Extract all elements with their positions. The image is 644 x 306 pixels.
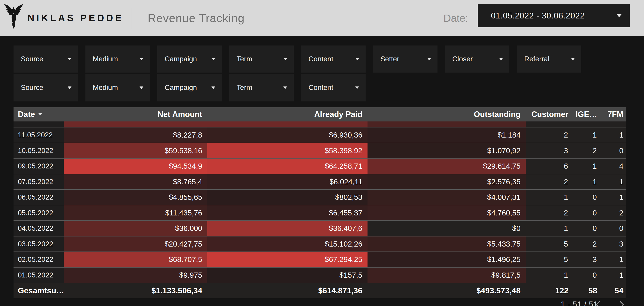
page-title: Revenue Tracking <box>148 0 244 36</box>
column-header-7fm[interactable]: 7FM <box>602 107 626 122</box>
cell-already-paid: $64.258,71 <box>207 158 368 174</box>
column-header-date[interactable]: Date <box>14 107 64 122</box>
cell-net-amount: $11.435,76 <box>64 205 207 220</box>
cell-7fm: 1 <box>602 268 626 283</box>
cell-ige: 0 <box>574 190 602 205</box>
table-total-row: Gesamtsu… $1.133.506,34 $614.871,36 $493… <box>14 282 626 298</box>
cell-outstanding: $4.007,31 <box>368 190 526 205</box>
cell-already-paid: $36.407,6 <box>207 221 368 236</box>
cell-7fm <box>602 122 626 127</box>
cell-net-amount <box>64 122 207 127</box>
filter-dropdown-content[interactable]: Content <box>301 46 366 73</box>
cell-outstanding: $1.496,25 <box>368 252 526 267</box>
cell-ige: 2 <box>574 143 602 158</box>
filter-label: Referral <box>524 55 549 63</box>
filter-dropdown-source[interactable]: Source <box>14 74 78 102</box>
chevron-down-icon <box>283 58 287 60</box>
cell-already-paid: $6.024,11 <box>207 174 368 190</box>
cell-customer: 1 <box>526 268 574 283</box>
filter-dropdown-source[interactable]: Source <box>14 46 78 73</box>
cell-outstanding: $5.433,75 <box>368 236 526 252</box>
cell-already-paid <box>207 122 368 127</box>
filter-dropdown-campaign[interactable]: Campaign <box>157 46 222 73</box>
cell-customer: 2 <box>526 174 574 190</box>
table-row: 05.05.2022$11.435,76$6.455,37$4.760,5520… <box>14 205 626 220</box>
cell-date: 04.05.2022 <box>14 221 64 236</box>
cell-ige: 1 <box>574 174 602 190</box>
column-header-ige[interactable]: IGE… <box>574 107 602 122</box>
cell-customer: 6 <box>526 158 574 174</box>
filter-label: Term <box>236 84 252 92</box>
date-range-value: 01.05.2022 - 30.06.2022 <box>491 11 585 20</box>
filter-dropdown-content[interactable]: Content <box>301 74 366 102</box>
chevron-down-icon <box>355 58 359 60</box>
column-header-customer[interactable]: Customer <box>526 107 574 122</box>
filter-dropdown-medium[interactable]: Medium <box>86 46 150 73</box>
cell-already-paid: $58.398,92 <box>207 143 368 158</box>
filter-dropdown-referral[interactable]: Referral <box>517 46 581 73</box>
filter-dropdown-term[interactable]: Term <box>229 74 294 102</box>
cell-ige: 0 <box>574 205 602 220</box>
cell-ige: 2 <box>574 236 602 252</box>
cell-date: 11.05.2022 <box>14 128 64 143</box>
cell-ige: 3 <box>574 252 602 267</box>
table-row: 03.05.2022$20.427,75$15.102,26$5.433,755… <box>14 236 626 252</box>
cell-customer: 1 <box>526 221 574 236</box>
cell-date <box>14 122 64 127</box>
cell-net-amount: $8.227,8 <box>64 128 207 143</box>
filter-label: Campaign <box>165 84 197 92</box>
date-range-picker[interactable]: 01.05.2022 - 30.06.2022 <box>478 4 630 27</box>
cell-already-paid: $6.455,37 <box>207 205 368 220</box>
filter-dropdown-setter[interactable]: Setter <box>373 46 438 73</box>
filter-label: Medium <box>93 55 118 63</box>
cell-net-amount: $36.000 <box>64 221 207 236</box>
column-header-already-paid[interactable]: Already Paid <box>207 107 368 122</box>
brand-name: NIKLAS PEDDE <box>28 0 124 36</box>
filter-bar-row1: SourceMediumCampaignTermContentSetterClo… <box>14 46 589 73</box>
filter-label: Content <box>308 84 334 92</box>
cell-net-amount: $4.855,65 <box>64 190 207 205</box>
cell-already-paid: $67.294,25 <box>207 252 368 267</box>
cell-date: 01.05.2022 <box>14 268 64 283</box>
total-label: Gesamtsu… <box>14 283 64 298</box>
total-ige: 58 <box>574 283 602 298</box>
filter-dropdown-closer[interactable]: Closer <box>445 46 510 73</box>
total-already-paid: $614.871,36 <box>207 283 368 298</box>
table-row: 07.05.2022$8.765,4$6.024,11$2.576,35211 <box>14 174 626 190</box>
cell-date: 06.05.2022 <box>14 190 64 205</box>
cell-net-amount: $68.707,5 <box>64 252 207 267</box>
cell-7fm: 1 <box>602 128 626 143</box>
total-customer: 122 <box>526 283 574 298</box>
chevron-down-icon <box>212 86 215 89</box>
cell-outstanding: $0 <box>368 221 526 236</box>
filter-dropdown-campaign[interactable]: Campaign <box>157 74 222 102</box>
chevron-left-icon[interactable] <box>595 300 602 306</box>
column-header-net-amount[interactable]: Net Amount <box>64 107 207 122</box>
filter-label: Source <box>21 55 43 63</box>
cell-ige: 1 <box>574 158 602 174</box>
app-header: NIKLAS PEDDE Revenue Tracking Date: 01.0… <box>0 0 644 36</box>
revenue-table: Date Net Amount Already Paid Outstanding… <box>14 107 626 298</box>
chevron-down-icon <box>617 14 622 17</box>
total-7fm: 54 <box>602 283 626 298</box>
cell-7fm: 2 <box>602 205 626 220</box>
table-row-partial <box>14 122 626 127</box>
cell-customer: 3 <box>526 143 574 158</box>
filter-dropdown-medium[interactable]: Medium <box>86 74 150 102</box>
table-row: 09.05.2022$94.534,9$64.258,71$29.614,756… <box>14 158 626 174</box>
filter-dropdown-term[interactable]: Term <box>229 46 294 73</box>
chevron-down-icon <box>355 86 359 89</box>
total-net-amount: $1.133.506,34 <box>64 283 207 298</box>
chevron-down-icon <box>283 86 287 89</box>
pagination-range: 1 - 51 / 51 <box>561 300 598 306</box>
column-header-outstanding[interactable]: Outstanding <box>368 107 526 122</box>
cell-7fm: 1 <box>602 252 626 267</box>
chevron-right-icon[interactable] <box>618 300 625 306</box>
filter-label: Setter <box>380 55 399 63</box>
chevron-down-icon <box>68 58 72 60</box>
cell-7fm: 0 <box>602 221 626 236</box>
cell-date: 10.05.2022 <box>14 143 64 158</box>
cell-7fm: 1 <box>602 174 626 190</box>
cell-customer: 5 <box>526 252 574 267</box>
cell-net-amount: $9.975 <box>64 268 207 283</box>
